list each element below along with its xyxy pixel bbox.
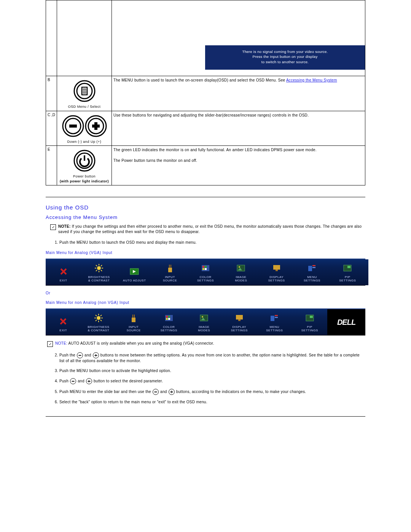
- osd-display-l1-2: DISPLAY: [232, 325, 246, 329]
- dell-logo-cell: DELL: [327, 309, 365, 335]
- menu-settings-icon: [270, 315, 279, 321]
- osd-brightness-l1: BRIGHTNESS: [88, 275, 110, 279]
- osd-brightness-l2: & CONTRAST: [88, 279, 110, 282]
- auto-adjust-icon: [130, 268, 139, 275]
- note-icon: ✓: [50, 224, 56, 230]
- no-signal-line2: Press the Input button on your display: [253, 54, 318, 59]
- svg-rect-35: [202, 268, 204, 270]
- row-e-image-cell: Power button (with power light indicator…: [57, 146, 112, 185]
- display-settings-icon: [235, 314, 244, 322]
- osd-input-l1: INPUT: [165, 275, 175, 279]
- osd-exit-label-2: EXIT: [59, 329, 67, 332]
- section-divider: [46, 197, 365, 197]
- osd-item-menu[interactable]: MENUSETTINGS: [294, 262, 330, 286]
- no-signal-line3: to switch to another source.: [261, 60, 309, 64]
- osd-item-brightness[interactable]: BRIGHTNESS& CONTRAST: [81, 262, 116, 286]
- osd-item-display-2[interactable]: DISPLAYSETTINGS: [222, 312, 257, 335]
- osd-item-exit-2[interactable]: EXIT: [46, 315, 81, 335]
- row-e-label: E: [46, 146, 57, 185]
- exit-icon: [60, 268, 67, 275]
- table-row-cd: C ,D Down (-) and Up (+) Use these butto…: [46, 111, 365, 146]
- osd-item-color-2[interactable]: COLORSETTINGS: [151, 312, 187, 335]
- plus-button-icon: [169, 389, 175, 395]
- osd-menu-analog: EXIT BRIGHTNESS& CONTRAST AUTO ADJUST IN…: [46, 259, 365, 286]
- step-2: Push the and buttons to move between the…: [59, 352, 365, 364]
- step-2b: and: [83, 353, 92, 357]
- no-signal-message: There is no signal coming from your vide…: [205, 45, 365, 70]
- svg-point-38: [239, 266, 240, 268]
- osd-item-input-2[interactable]: INPUTSOURCE: [116, 312, 151, 335]
- osd-menu-l2: SETTINGS: [304, 279, 320, 282]
- osd-brightness-l2-2: & CONTRAST: [88, 329, 109, 332]
- image-modes-icon: [237, 265, 245, 272]
- down-up-buttons-icon: [62, 115, 107, 137]
- minus-button-icon: [77, 352, 83, 358]
- svg-rect-34: [205, 266, 207, 268]
- row-b-desc: The MENU button is used to launch the on…: [112, 76, 365, 111]
- osd-display-l2: SETTINGS: [268, 279, 285, 282]
- menu-label-nonanalog: Main Menu for non Analog (non VGA) Input: [46, 300, 365, 305]
- osd-display-l1: DISPLAY: [269, 275, 284, 279]
- page-container: There is no signal coming from your vide…: [0, 0, 411, 439]
- svg-rect-8: [69, 125, 77, 128]
- osd-exit-label: EXIT: [60, 279, 67, 282]
- row-e-desc: The green LED indicates the monitor is o…: [112, 146, 365, 185]
- osd-item-brightness-2[interactable]: BRIGHTNESS& CONTRAST: [81, 312, 116, 335]
- step-1: Push the MENU button to launch the OSD m…: [59, 240, 365, 245]
- svg-rect-46: [347, 266, 350, 268]
- osd-item-exit[interactable]: EXIT: [46, 265, 81, 286]
- menu-button-icon: [73, 80, 96, 102]
- svg-rect-43: [312, 265, 315, 266]
- svg-rect-30: [169, 265, 170, 268]
- row-cd-image-cell: Down (-) and Up (+): [57, 111, 112, 146]
- step-5a: Push MENU to enter the slide bar and the…: [59, 390, 152, 394]
- osd-image-l1: IMAGE: [236, 275, 246, 279]
- brightness-icon: [95, 264, 103, 272]
- osd-brightness-l1-2: BRIGHTNESS: [88, 325, 109, 329]
- pip-settings-icon: [343, 265, 352, 272]
- osd-input-l2: SOURCE: [163, 279, 177, 282]
- dell-logo: DELL: [337, 318, 355, 327]
- plus-button-icon: [86, 378, 92, 384]
- osd-pip-l1-2: PIP: [307, 325, 312, 329]
- image-modes-icon: [200, 315, 208, 321]
- brightness-icon: [94, 314, 103, 322]
- accessing-subheading: Accessing the Menu System: [46, 214, 365, 220]
- step-3: Push the MENU button once to activate th…: [59, 368, 365, 374]
- osd-input-l2-2: SOURCE: [127, 329, 141, 332]
- minus-button-icon: [70, 378, 76, 384]
- osd-image-l2-2: MODES: [198, 329, 210, 332]
- osd-item-display[interactable]: DISPLAYSETTINGS: [259, 262, 294, 286]
- svg-line-24: [101, 270, 102, 271]
- steps-list-2: Push the and buttons to move between the…: [46, 352, 365, 405]
- note-1-text: NOTE: If you change the settings and the…: [58, 224, 365, 235]
- osd-color-l1-2: COLOR: [163, 325, 175, 329]
- osd-item-image[interactable]: IMAGEMODES: [223, 262, 259, 286]
- osd-color-l2: SETTINGS: [197, 279, 214, 282]
- osd-item-pip[interactable]: PIPSETTINGS: [330, 262, 365, 286]
- note-2: ✓ NOTE: AUTO ADJUST is only available wh…: [47, 341, 365, 347]
- svg-rect-36: [205, 268, 207, 270]
- osd-item-pip-2[interactable]: PIPSETTINGS: [292, 312, 328, 335]
- step-4a: Push: [59, 379, 70, 383]
- note-2-body: AUTO ADJUST is only available when you a…: [67, 341, 214, 345]
- accessing-menu-link[interactable]: Accessing the Menu System: [286, 78, 337, 82]
- svg-line-25: [96, 270, 97, 271]
- osd-pip-l2-2: SETTINGS: [301, 329, 318, 332]
- osd-item-autoadjust[interactable]: AUTO ADJUST: [117, 265, 152, 286]
- osd-item-image-2[interactable]: IMAGEMODES: [186, 312, 222, 335]
- osd-item-input[interactable]: INPUTSOURCE: [152, 262, 188, 286]
- using-osd-heading: Using the OSD: [46, 204, 365, 211]
- step-4b: and: [76, 379, 86, 383]
- row-cd-caption: Down (-) and Up (+): [67, 140, 101, 144]
- osd-item-color[interactable]: COLORSETTINGS: [188, 262, 223, 286]
- row-a-label: [46, 0, 57, 76]
- osd-image-l1-2: IMAGE: [199, 325, 209, 329]
- row-e-caption1: Power button: [73, 174, 96, 178]
- row-cd-label: C ,D: [46, 111, 57, 146]
- svg-rect-44: [312, 267, 315, 268]
- svg-rect-59: [132, 315, 133, 318]
- svg-rect-62: [166, 316, 168, 318]
- osd-display-l2-2: SETTINGS: [231, 329, 248, 332]
- osd-item-menu-2[interactable]: MENUSETTINGS: [257, 312, 292, 335]
